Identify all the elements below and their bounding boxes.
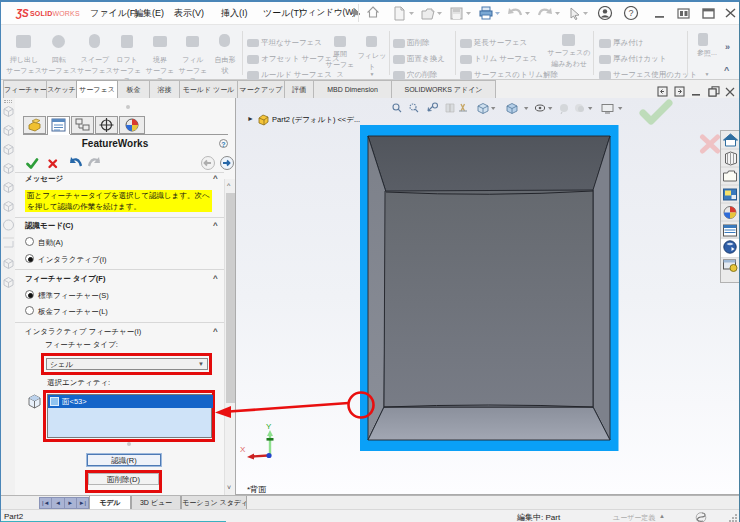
svg-text:?: ? xyxy=(629,8,634,18)
svg-text:X: X xyxy=(240,445,246,454)
